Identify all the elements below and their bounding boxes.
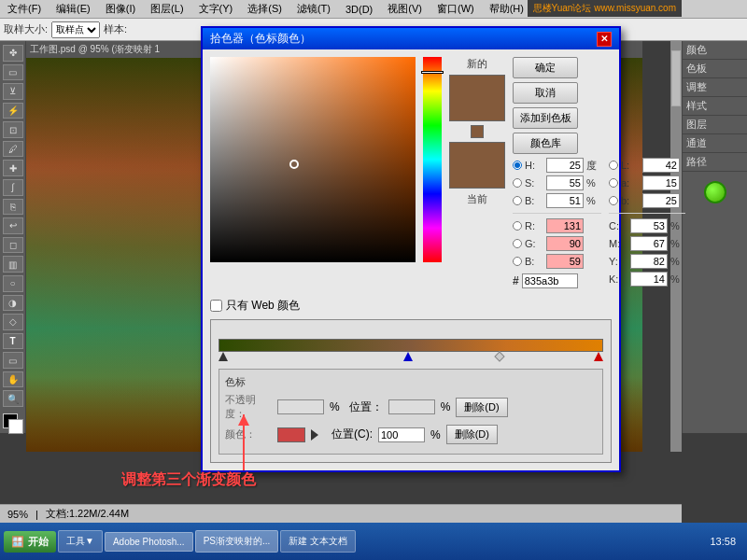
color-stop-0[interactable] [218,352,228,361]
h-input[interactable] [546,158,584,173]
web-safe-row: 只有 Web 颜色 [210,298,612,314]
tool-move[interactable]: ✤ [3,45,23,62]
opacity-unit: % [330,400,340,413]
taskbar-item-ps-gradient[interactable]: PS渐变映射的... [195,530,279,553]
tool-gradient[interactable]: ▥ [3,256,23,273]
k-input[interactable] [630,272,668,287]
tool-select-rect[interactable]: ▭ [3,64,23,81]
panel-tab-swatches[interactable]: 色板 [683,60,747,78]
b-input[interactable] [546,193,584,208]
b2-input[interactable] [546,254,584,269]
b-radio[interactable] [513,196,522,205]
color-field[interactable] [210,57,416,262]
panel-tab-adjustments[interactable]: 调整 [683,78,747,97]
b2-radio[interactable] [513,257,522,266]
taskbar-item-tools[interactable]: 工具▼ [58,530,103,553]
delete-top-button[interactable]: 删除(D) [456,398,507,417]
menu-image[interactable]: 图像(I) [102,2,139,16]
taskbar-item-photoshop[interactable]: Adobe Photosh... [105,532,193,552]
new-color-swatch[interactable] [449,75,505,121]
tool-blur[interactable]: ○ [3,275,23,292]
panel-tab-layers[interactable]: 图层 [683,116,747,134]
menu-edit[interactable]: 编辑(E) [52,2,94,16]
ok-button[interactable]: 确定 [513,57,578,78]
r-radio[interactable] [513,221,522,231]
menu-layer[interactable]: 图层(L) [147,2,187,16]
k-unit: % [670,273,685,285]
doc-size: 文档:1.22M/2.44M [46,507,129,521]
a-input[interactable] [642,175,680,190]
tool-shape[interactable]: ▭ [3,352,23,369]
color-stop-75[interactable] [496,352,503,360]
b3-row: b: [609,193,685,208]
hex-label: # [513,274,519,287]
menu-filter[interactable]: 滤镜(T) [293,2,334,16]
taskbar-item-text-doc[interactable]: 新建 文本文档 [280,530,356,553]
start-button[interactable]: 🪟 开始 [4,531,56,553]
tool-magic-wand[interactable]: ⚡ [3,103,23,119]
tool-eraser[interactable]: ◻ [3,237,23,254]
color-swatch-box[interactable] [277,427,305,442]
tool-zoom[interactable]: 🔍 [3,390,23,407]
menu-select[interactable]: 选择(S) [244,2,286,16]
y-input[interactable] [630,254,668,269]
s-input[interactable] [546,175,584,190]
g-input[interactable] [546,236,584,251]
panel-tab-paths[interactable]: 路径 [683,153,747,172]
background-color[interactable] [8,419,23,434]
b3-radio[interactable] [609,196,618,205]
a-radio[interactable] [609,178,618,188]
zoom-level: 95% [7,509,28,520]
menu-view[interactable]: 视图(V) [384,2,426,16]
current-color-swatch[interactable] [449,142,505,189]
tool-eyedropper[interactable]: 🖊 [3,141,23,158]
color-stop-100[interactable] [594,352,603,361]
s-radio[interactable] [513,178,522,188]
g-radio[interactable] [513,239,522,248]
tool-type[interactable]: T [3,333,23,350]
color-stop-50[interactable] [403,352,413,361]
tool-history-brush[interactable]: ↩ [3,217,23,234]
menu-3d[interactable]: 3D(D) [342,4,376,15]
tool-heal[interactable]: ✚ [3,160,23,176]
h-radio[interactable] [513,161,522,170]
web-safe-checkbox[interactable] [210,300,222,312]
menu-help[interactable]: 帮助(H) [486,2,528,16]
tool-brush[interactable]: ∫ [3,179,23,196]
tool-crop[interactable]: ⊡ [3,121,23,138]
c-input[interactable] [630,218,668,233]
l-radio[interactable] [609,161,618,170]
tool-hand[interactable]: ✋ [3,371,23,388]
l-input[interactable] [642,158,680,173]
web-safe-label: 只有 Web 颜色 [226,298,300,314]
panel-tab-channels[interactable]: 通道 [683,134,747,153]
add-to-swatches-button[interactable]: 添加到色板 [513,107,578,129]
hex-input[interactable] [522,273,578,288]
sample-size-select[interactable]: 取样点 [51,21,100,38]
position-input-bottom[interactable] [378,427,425,442]
s-row: S: % [513,175,601,190]
color-arrow-icon[interactable] [311,429,318,441]
b3-input[interactable] [642,193,680,208]
gradient-bar[interactable] [218,339,603,352]
m-input[interactable] [630,236,668,251]
delete-button[interactable]: 删除(D) [446,425,498,444]
menu-file[interactable]: 文件(F) [4,2,45,16]
left-color-inputs: H: 度 S: % B: [513,158,601,288]
color-swatches: 新的 当前 [449,57,505,288]
tool-dodge[interactable]: ◑ [3,295,23,312]
hue-slider[interactable] [423,57,442,262]
tool-lasso[interactable]: ⊻ [3,83,23,100]
cancel-button[interactable]: 取消 [513,82,578,104]
tool-path[interactable]: ◇ [3,314,23,330]
panel-tab-styles[interactable]: 样式 [683,97,747,116]
s-label: S: [525,177,543,189]
menu-window[interactable]: 窗口(W) [433,2,478,16]
menu-text[interactable]: 文字(Y) [195,2,237,16]
tool-clone[interactable]: ⎘ [3,199,23,216]
r-input[interactable] [546,218,584,233]
dialog-close-button[interactable]: ✕ [597,32,612,47]
l-row: L: [609,158,685,173]
color-library-button[interactable]: 颜色库 [513,133,578,154]
panel-tab-color[interactable]: 颜色 [683,41,747,60]
